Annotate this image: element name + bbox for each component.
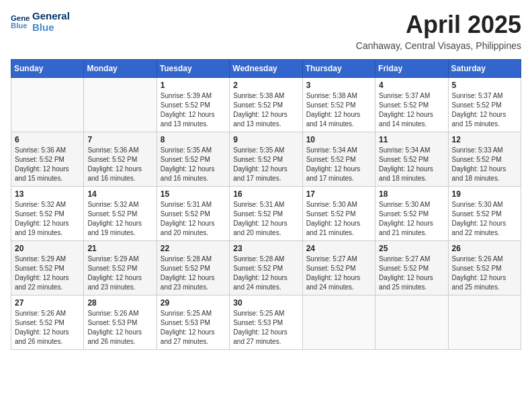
calendar-cell: 11Sunrise: 5:34 AM Sunset: 5:52 PM Dayli… (375, 132, 448, 187)
day-info: Sunrise: 5:31 AM Sunset: 5:52 PM Dayligh… (161, 200, 226, 238)
day-info: Sunrise: 5:27 AM Sunset: 5:52 PM Dayligh… (379, 255, 444, 292)
day-number: 22 (161, 244, 226, 253)
day-info: Sunrise: 5:29 AM Sunset: 5:52 PM Dayligh… (87, 255, 152, 292)
calendar-cell: 7Sunrise: 5:36 AM Sunset: 5:52 PM Daylig… (84, 132, 157, 187)
calendar-cell: 6Sunrise: 5:36 AM Sunset: 5:52 PM Daylig… (11, 132, 84, 187)
calendar-cell: 3Sunrise: 5:38 AM Sunset: 5:52 PM Daylig… (302, 78, 375, 132)
day-info: Sunrise: 5:32 AM Sunset: 5:52 PM Dayligh… (15, 200, 80, 238)
day-number: 14 (87, 189, 152, 199)
day-number: 6 (15, 135, 80, 144)
weekday-header-friday: Friday (375, 60, 448, 78)
day-info: Sunrise: 5:38 AM Sunset: 5:52 PM Dayligh… (233, 91, 298, 129)
day-info: Sunrise: 5:33 AM Sunset: 5:52 PM Dayligh… (452, 146, 517, 183)
day-info: Sunrise: 5:31 AM Sunset: 5:52 PM Dayligh… (233, 200, 298, 238)
day-info: Sunrise: 5:28 AM Sunset: 5:52 PM Dayligh… (161, 255, 226, 292)
day-info: Sunrise: 5:32 AM Sunset: 5:52 PM Dayligh… (87, 200, 152, 238)
logo-line2: Blue (32, 22, 70, 34)
calendar-cell: 29Sunrise: 5:25 AM Sunset: 5:53 PM Dayli… (157, 295, 229, 350)
day-info: Sunrise: 5:35 AM Sunset: 5:52 PM Dayligh… (161, 146, 226, 183)
title-block: April 2025 Canhaway, Central Visayas, Ph… (356, 11, 521, 51)
month-year: April 2025 (356, 11, 521, 39)
calendar-cell: 21Sunrise: 5:29 AM Sunset: 5:52 PM Dayli… (84, 241, 157, 295)
logo: General Blue General Blue (11, 11, 70, 33)
day-number: 5 (452, 81, 517, 90)
calendar-cell: 1Sunrise: 5:39 AM Sunset: 5:52 PM Daylig… (157, 78, 229, 132)
day-number: 4 (379, 81, 444, 90)
day-info: Sunrise: 5:26 AM Sunset: 5:52 PM Dayligh… (452, 255, 517, 292)
svg-text:Blue: Blue (11, 21, 28, 29)
day-number: 8 (161, 135, 226, 144)
weekday-header-sunday: Sunday (11, 60, 84, 78)
page-header: General Blue General Blue April 2025 Can… (11, 11, 521, 51)
day-info: Sunrise: 5:39 AM Sunset: 5:52 PM Dayligh… (161, 91, 226, 129)
day-number: 2 (233, 81, 298, 90)
day-info: Sunrise: 5:36 AM Sunset: 5:52 PM Dayligh… (15, 146, 80, 183)
calendar-cell: 27Sunrise: 5:26 AM Sunset: 5:52 PM Dayli… (11, 295, 84, 350)
day-number: 29 (161, 298, 226, 308)
calendar-cell: 14Sunrise: 5:32 AM Sunset: 5:52 PM Dayli… (84, 187, 157, 241)
calendar-table: SundayMondayTuesdayWednesdayThursdayFrid… (11, 59, 521, 350)
day-info: Sunrise: 5:29 AM Sunset: 5:52 PM Dayligh… (15, 255, 80, 292)
calendar-header-row: SundayMondayTuesdayWednesdayThursdayFrid… (11, 60, 521, 78)
calendar-cell (11, 78, 84, 132)
day-number: 16 (233, 189, 298, 199)
day-number: 9 (233, 135, 298, 144)
day-info: Sunrise: 5:27 AM Sunset: 5:52 PM Dayligh… (306, 255, 371, 292)
weekday-header-monday: Monday (84, 60, 157, 78)
day-info: Sunrise: 5:28 AM Sunset: 5:52 PM Dayligh… (233, 255, 298, 292)
day-info: Sunrise: 5:35 AM Sunset: 5:52 PM Dayligh… (233, 146, 298, 183)
week-row-5: 27Sunrise: 5:26 AM Sunset: 5:52 PM Dayli… (11, 295, 521, 350)
logo-line1: General (32, 11, 70, 22)
logo-icon: General Blue (11, 13, 30, 32)
day-number: 21 (87, 244, 152, 253)
calendar-cell: 25Sunrise: 5:27 AM Sunset: 5:52 PM Dayli… (375, 241, 448, 295)
day-number: 19 (452, 189, 517, 199)
calendar-cell: 15Sunrise: 5:31 AM Sunset: 5:52 PM Dayli… (157, 187, 229, 241)
day-number: 13 (15, 189, 80, 199)
day-info: Sunrise: 5:37 AM Sunset: 5:52 PM Dayligh… (452, 91, 517, 129)
calendar-cell (448, 295, 521, 350)
day-info: Sunrise: 5:25 AM Sunset: 5:53 PM Dayligh… (233, 309, 298, 347)
day-info: Sunrise: 5:34 AM Sunset: 5:52 PM Dayligh… (306, 146, 371, 183)
calendar-cell: 23Sunrise: 5:28 AM Sunset: 5:52 PM Dayli… (230, 241, 302, 295)
day-number: 10 (306, 135, 371, 144)
day-info: Sunrise: 5:25 AM Sunset: 5:53 PM Dayligh… (161, 309, 226, 347)
calendar-cell: 12Sunrise: 5:33 AM Sunset: 5:52 PM Dayli… (448, 132, 521, 187)
week-row-1: 1Sunrise: 5:39 AM Sunset: 5:52 PM Daylig… (11, 78, 521, 132)
calendar-cell: 22Sunrise: 5:28 AM Sunset: 5:52 PM Dayli… (157, 241, 229, 295)
day-info: Sunrise: 5:26 AM Sunset: 5:52 PM Dayligh… (15, 309, 80, 347)
week-row-2: 6Sunrise: 5:36 AM Sunset: 5:52 PM Daylig… (11, 132, 521, 187)
day-number: 1 (161, 81, 226, 90)
calendar-cell: 24Sunrise: 5:27 AM Sunset: 5:52 PM Dayli… (302, 241, 375, 295)
day-number: 12 (452, 135, 517, 144)
day-number: 30 (233, 298, 298, 308)
calendar-cell: 8Sunrise: 5:35 AM Sunset: 5:52 PM Daylig… (157, 132, 229, 187)
calendar-cell: 26Sunrise: 5:26 AM Sunset: 5:52 PM Dayli… (448, 241, 521, 295)
day-number: 20 (15, 244, 80, 253)
calendar-cell: 4Sunrise: 5:37 AM Sunset: 5:52 PM Daylig… (375, 78, 448, 132)
day-number: 3 (306, 81, 371, 90)
day-number: 24 (306, 244, 371, 253)
weekday-header-wednesday: Wednesday (230, 60, 302, 78)
calendar-cell: 28Sunrise: 5:26 AM Sunset: 5:53 PM Dayli… (84, 295, 157, 350)
day-info: Sunrise: 5:26 AM Sunset: 5:53 PM Dayligh… (87, 309, 152, 347)
day-number: 28 (87, 298, 152, 308)
calendar-cell: 9Sunrise: 5:35 AM Sunset: 5:52 PM Daylig… (230, 132, 302, 187)
day-number: 18 (379, 189, 444, 199)
calendar-cell: 16Sunrise: 5:31 AM Sunset: 5:52 PM Dayli… (230, 187, 302, 241)
calendar-cell: 18Sunrise: 5:30 AM Sunset: 5:52 PM Dayli… (375, 187, 448, 241)
day-info: Sunrise: 5:36 AM Sunset: 5:52 PM Dayligh… (87, 146, 152, 183)
calendar-cell: 2Sunrise: 5:38 AM Sunset: 5:52 PM Daylig… (230, 78, 302, 132)
calendar-cell: 19Sunrise: 5:30 AM Sunset: 5:52 PM Dayli… (448, 187, 521, 241)
day-info: Sunrise: 5:30 AM Sunset: 5:52 PM Dayligh… (379, 200, 444, 238)
weekday-header-saturday: Saturday (448, 60, 521, 78)
calendar-cell (84, 78, 157, 132)
calendar-cell: 10Sunrise: 5:34 AM Sunset: 5:52 PM Dayli… (302, 132, 375, 187)
calendar-cell: 13Sunrise: 5:32 AM Sunset: 5:52 PM Dayli… (11, 187, 84, 241)
calendar-cell (375, 295, 448, 350)
day-number: 11 (379, 135, 444, 144)
calendar-cell: 30Sunrise: 5:25 AM Sunset: 5:53 PM Dayli… (230, 295, 302, 350)
location: Canhaway, Central Visayas, Philippines (356, 40, 521, 51)
week-row-3: 13Sunrise: 5:32 AM Sunset: 5:52 PM Dayli… (11, 187, 521, 241)
day-number: 27 (15, 298, 80, 308)
